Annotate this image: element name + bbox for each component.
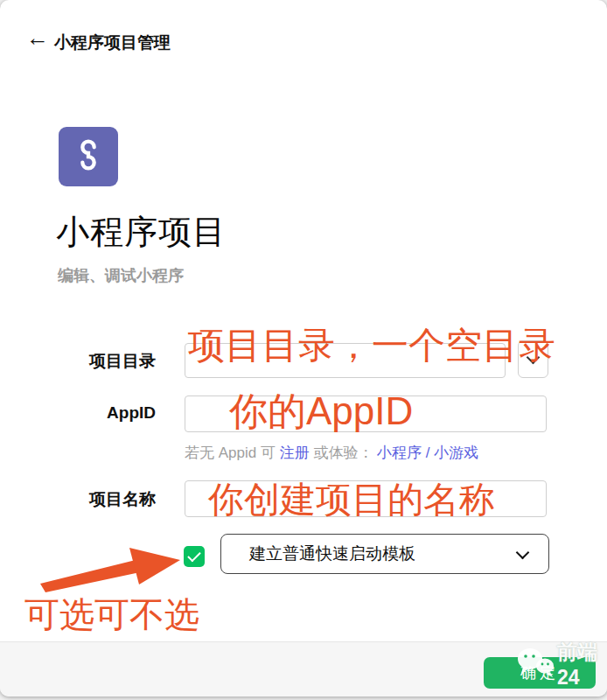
template-select[interactable]: 建立普通快速启动模板 (220, 534, 549, 574)
mini-game-link[interactable]: 小游戏 (434, 444, 478, 461)
appid-label: AppID (31, 403, 156, 423)
appid-input[interactable] (185, 396, 547, 432)
dialog-subtitle: 编辑、调试小程序 (58, 265, 184, 286)
mini-program-link[interactable]: 小程序 (377, 444, 422, 461)
mini-program-s-icon (71, 137, 106, 176)
register-link[interactable]: 注册 (280, 444, 310, 461)
annotation-optional: 可选可不选 (24, 595, 199, 634)
quickstart-template-checkbox[interactable] (184, 546, 205, 567)
project-dir-label: 项目目录 (31, 350, 156, 373)
project-name-input[interactable] (185, 480, 547, 517)
chevron-down-icon (527, 351, 541, 365)
check-icon (187, 549, 201, 563)
helper-prefix: 若无 Appid 可 (185, 444, 280, 461)
back-arrow-icon[interactable]: ← (26, 26, 49, 49)
page-header-title: 小程序项目管理 (54, 32, 171, 54)
project-name-label: 项目名称 (31, 488, 156, 511)
link-separator: / (422, 444, 434, 461)
project-dir-input[interactable] (185, 343, 506, 378)
dialog-title: 小程序项目 (56, 210, 227, 255)
confirm-button[interactable]: 确定 (484, 657, 596, 689)
chevron-down-icon (516, 545, 530, 559)
dialog-footer: 确定 前端24 (0, 641, 607, 696)
annotation-arrow-icon (26, 539, 188, 597)
mini-program-dialog: ← 小程序项目管理 小程序项目 编辑、调试小程序 项目目录 AppID 若无 A… (0, 0, 607, 696)
template-select-value: 建立普通快速启动模板 (249, 542, 518, 565)
mini-program-logo (59, 127, 118, 186)
project-dir-dropdown-button[interactable] (518, 340, 548, 378)
appid-helper-text: 若无 Appid 可 注册 或体验： 小程序 / 小游戏 (185, 443, 478, 463)
helper-middle: 或体验： (310, 444, 377, 461)
